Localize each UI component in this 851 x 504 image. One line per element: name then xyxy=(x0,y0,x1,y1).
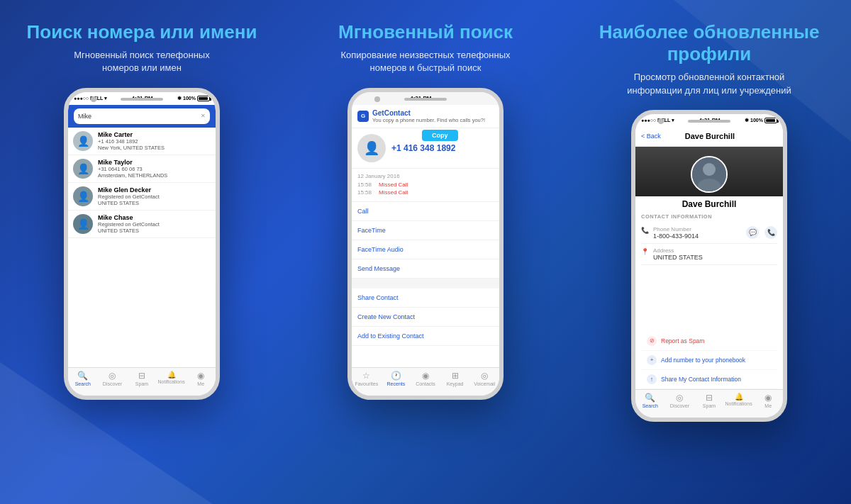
contact-item-4[interactable]: 👤 Mike Chase Registered on GetContact UN… xyxy=(68,211,216,238)
gc-subtitle: You copy a phone number. Find who calls … xyxy=(372,117,485,123)
contacts-icon: ◉ xyxy=(422,371,429,381)
action-share-contact[interactable]: Share Contact xyxy=(352,289,499,308)
tab-favourites-2[interactable]: ☆ Favourites xyxy=(352,371,382,386)
report-icon: ⊘ xyxy=(647,336,657,346)
contact-item-1[interactable]: 👤 Mike Carter +1 416 348 1892 New York, … xyxy=(68,128,216,155)
tab-notif-3[interactable]: 🔔 Notifications xyxy=(724,393,754,406)
column-2-title: Мгновенный поиск xyxy=(338,21,513,43)
contact-item-3[interactable]: 👤 Mike Glen Decker Registered on GetCont… xyxy=(68,183,216,211)
phone-1-screen: ●●●○○ BELL ▾ 4:21 PM ✱ 100% Mike ✕ xyxy=(68,92,216,396)
discover-tab-icon-1: ◎ xyxy=(109,371,116,381)
column-2-subtitle: Копирование неизвестных телефонныхномеро… xyxy=(340,49,510,74)
phone-number-row: 📞 Phone Number 1-800-433-9014 💬 📞 xyxy=(641,223,777,244)
notif-tab-label-1: Notifications xyxy=(158,379,185,384)
carrier-1: ●●●○○ BELL ▾ xyxy=(74,96,107,101)
report-spam-action[interactable]: ⊘ Report as Spam xyxy=(641,332,777,351)
fav-icon: ☆ xyxy=(362,371,370,381)
action-facetime[interactable]: FaceTime xyxy=(352,221,499,240)
search-input-1[interactable]: Mike ✕ xyxy=(74,108,210,124)
profile-nav-title: Dave Burchill xyxy=(664,132,756,140)
recents-label: Recents xyxy=(387,381,406,386)
contact-phone-2: +31 0641 60 06 73 xyxy=(98,166,211,172)
back-button[interactable]: < Back xyxy=(641,133,661,140)
address-content: Address UNITED STATES xyxy=(653,247,777,261)
avatar-svg xyxy=(692,157,726,191)
spam-tab-label-3: Spam xyxy=(703,403,716,408)
add-phonebook-action[interactable]: + Add number to your phonebook xyxy=(641,351,777,370)
tab-me-1[interactable]: ◉ Me xyxy=(186,371,216,386)
call-time-1: 15:58 xyxy=(357,181,379,188)
copy-tooltip[interactable]: Copy xyxy=(422,130,458,141)
search-tab-label-3: Search xyxy=(643,403,658,408)
message-action-btn[interactable]: 💬 xyxy=(746,226,759,239)
contact-phone-1: +1 416 348 1892 xyxy=(98,138,211,145)
column-profile: Наиболее обновленные профили Просмотр об… xyxy=(567,0,851,504)
action-list-2: Call FaceTime FaceTime Audio Send Messag… xyxy=(352,202,499,367)
contact-info-1: Mike Carter +1 416 348 1892 New York, UN… xyxy=(98,131,211,151)
action-send-message[interactable]: Send Message xyxy=(352,259,499,279)
address-row: 📍 Address UNITED STATES xyxy=(641,244,777,265)
notif-tab-label-3: Notifications xyxy=(725,401,752,406)
tab-spam-3[interactable]: ⊟ Spam xyxy=(694,393,724,408)
carrier-3: ●●●○○ BELL ▾ xyxy=(641,118,674,123)
discover-tab-label-3: Discover xyxy=(670,403,689,408)
tab-contacts-2[interactable]: ◉ Contacts xyxy=(411,371,440,386)
location-icon: 📍 xyxy=(641,248,650,255)
getcontact-bar: G GetContact You copy a phone number. Fi… xyxy=(352,105,499,128)
recents-icon: 🕐 xyxy=(391,371,401,381)
voicemail-label: Voicemail xyxy=(474,381,495,386)
tab-me-3[interactable]: ◉ Me xyxy=(753,393,783,408)
search-text-1: Mike xyxy=(78,113,91,120)
me-tab-icon-1: ◉ xyxy=(197,371,204,381)
profile-display-name: Dave Burchill xyxy=(635,199,783,209)
search-tab-icon-1: 🔍 xyxy=(77,371,88,381)
action-create-contact[interactable]: Create New Contact xyxy=(352,308,499,327)
contact-info-2: Mike Taylor +31 0641 60 06 73 Amsterdam,… xyxy=(98,159,211,179)
gc-app-info: GetContact You copy a phone number. Find… xyxy=(372,109,485,123)
share-contact-label: Share My Contact Information xyxy=(661,376,741,383)
contact-name-1: Mike Carter xyxy=(98,131,211,138)
contacts-label: Contacts xyxy=(416,381,435,386)
tab-voicemail-2[interactable]: ◎ Voicemail xyxy=(469,371,499,386)
caller-number: +1 416 348 1892 xyxy=(391,143,455,153)
contact-name-4: Mike Chase xyxy=(98,214,211,221)
time-3: 4:21 PM xyxy=(699,117,721,123)
battery-1: ✱ 100% xyxy=(177,96,210,101)
status-bar-2: 4:21 PM ___ xyxy=(352,92,499,105)
tab-discover-3[interactable]: ◎ Discover xyxy=(665,393,695,408)
battery-3: ✱ 100% xyxy=(745,118,777,123)
tab-search-1[interactable]: 🔍 Search xyxy=(68,371,98,386)
contact-info-4: Mike Chase Registered on GetContact UNIT… xyxy=(98,214,211,234)
time-1: 4:21 PM xyxy=(132,95,153,101)
discover-tab-label-1: Discover xyxy=(103,381,122,386)
profile-nav: < Back Dave Burchill xyxy=(635,127,783,147)
contact-info-section: CONTACT INFORMATION 📞 Phone Number 1-800… xyxy=(635,213,783,332)
phone-2: 4:21 PM ___ G GetContact You copy a phon… xyxy=(347,88,504,400)
tab-spam-1[interactable]: ⊟ Spam xyxy=(127,371,157,386)
main-content: Поиск номера или имени Мгновенный поиск … xyxy=(0,0,851,504)
column-1-title: Поиск номера или имени xyxy=(27,21,257,43)
notif-tab-icon-1: 🔔 xyxy=(167,371,176,379)
action-facetime-audio[interactable]: FaceTime Audio xyxy=(352,240,499,259)
tab-bar-1: 🔍 Search ◎ Discover ⊟ Spam 🔔 Notificatio… xyxy=(68,367,216,396)
tab-search-3[interactable]: 🔍 Search xyxy=(635,393,665,408)
spam-tab-icon-1: ⊟ xyxy=(138,371,145,381)
time-2: 4:21 PM xyxy=(410,95,431,101)
call-action-btn[interactable]: 📞 xyxy=(764,226,777,239)
phone-2-screen: 4:21 PM ___ G GetContact You copy a phon… xyxy=(352,92,499,396)
action-add-existing[interactable]: Add to Existing Contact xyxy=(352,327,499,346)
share-contact-action[interactable]: ↑ Share My Contact Information xyxy=(641,370,777,389)
clear-icon-1[interactable]: ✕ xyxy=(201,113,206,119)
contact-location-2: Amsterdam, NETHERLANDS xyxy=(98,172,211,179)
contact-item-2[interactable]: 👤 Mike Taylor +31 0641 60 06 73 Amsterda… xyxy=(68,155,216,183)
avatar-1: 👤 xyxy=(73,131,93,151)
tab-notif-1[interactable]: 🔔 Notifications xyxy=(157,371,187,384)
tab-keypad-2[interactable]: ⊞ Keypad xyxy=(440,371,470,386)
action-call[interactable]: Call xyxy=(352,202,499,221)
contact-location-1: New York, UNITED STATES xyxy=(98,145,211,151)
tab-recents-2[interactable]: 🕐 Recents xyxy=(382,371,411,386)
discover-tab-icon-3: ◎ xyxy=(676,393,683,403)
call-type-2: Missed Call xyxy=(379,189,408,196)
tab-discover-1[interactable]: ◎ Discover xyxy=(98,371,128,386)
share-icon: ↑ xyxy=(647,374,657,384)
